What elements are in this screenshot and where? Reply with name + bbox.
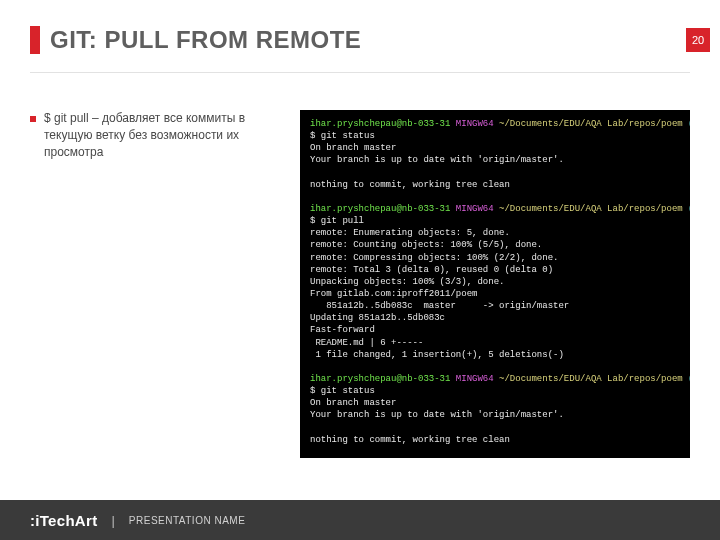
term-env-1: MINGW64	[456, 119, 494, 129]
slide-title: GIT: PULL FROM REMOTE	[50, 26, 361, 54]
page-number: 20	[692, 34, 704, 46]
slide-footer: :iTechArt | PRESENTATION NAME	[0, 500, 720, 540]
term-b1-l2: Your branch is up to date with 'origin/m…	[310, 155, 564, 165]
logo-prefix: :i	[30, 512, 40, 529]
term-env-2: MINGW64	[456, 204, 494, 214]
title-accent-bar	[30, 26, 40, 54]
footer-divider: |	[111, 513, 114, 528]
term-b2-l10: README.md | 6 +-----	[310, 338, 423, 348]
term-b1-l0: $ git status	[310, 131, 375, 141]
term-path-2: ~/Documents/EDU/AQA Lab/repos/poem	[499, 204, 683, 214]
presentation-name: PRESENTATION NAME	[129, 515, 245, 526]
term-branch-1: (master)	[688, 119, 690, 129]
term-b3-l0: $ git status	[310, 386, 375, 396]
term-b1-l1: On branch master	[310, 143, 396, 153]
term-user-3: ihar.pryshchepau@nb-033-31	[310, 374, 450, 384]
term-b2-l6: From gitlab.com:iproff2011/poem	[310, 289, 477, 299]
term-b2-l0: $ git pull	[310, 216, 364, 226]
term-b3-l1: On branch master	[310, 398, 396, 408]
term-branch-3: (master)	[688, 374, 690, 384]
terminal-screenshot: ihar.pryshchepau@nb-033-31 MINGW64 ~/Doc…	[300, 110, 690, 458]
header-divider	[30, 72, 690, 73]
term-path-1: ~/Documents/EDU/AQA Lab/repos/poem	[499, 119, 683, 129]
slide-header: GIT: PULL FROM REMOTE	[30, 26, 690, 54]
bullet-column: $ git pull – добавляет все коммиты в тек…	[30, 110, 300, 458]
term-path-3: ~/Documents/EDU/AQA Lab/repos/poem	[499, 374, 683, 384]
term-env-3: MINGW64	[456, 374, 494, 384]
term-b2-l4: remote: Total 3 (delta 0), reused 0 (del…	[310, 265, 553, 275]
term-b2-l8: Updating 851a12b..5db083c	[310, 313, 445, 323]
term-b2-l9: Fast-forward	[310, 325, 375, 335]
term-b3-l2: Your branch is up to date with 'origin/m…	[310, 410, 564, 420]
term-b2-l2: remote: Counting objects: 100% (5/5), do…	[310, 240, 542, 250]
term-b2-l1: remote: Enumerating objects: 5, done.	[310, 228, 510, 238]
term-b2-l3: remote: Compressing objects: 100% (2/2),…	[310, 253, 558, 263]
term-branch-2: (master)	[688, 204, 690, 214]
term-b2-l5: Unpacking objects: 100% (3/3), done.	[310, 277, 504, 287]
page-number-badge: 20	[686, 28, 710, 52]
term-b1-l4: nothing to commit, working tree clean	[310, 180, 510, 190]
term-b2-l7: 851a12b..5db083c master -> origin/master	[310, 301, 569, 311]
term-b3-l4: nothing to commit, working tree clean	[310, 435, 510, 445]
bullet-text: $ git pull – добавляет все коммиты в тек…	[44, 110, 288, 160]
logo-main: TechArt	[40, 512, 98, 529]
term-b2-l11: 1 file changed, 1 insertion(+), 5 deleti…	[310, 350, 564, 360]
content-area: $ git pull – добавляет все коммиты в тек…	[30, 110, 690, 458]
term-user-2: ihar.pryshchepau@nb-033-31	[310, 204, 450, 214]
bullet-item: $ git pull – добавляет все коммиты в тек…	[30, 110, 288, 160]
bullet-marker-icon	[30, 116, 36, 122]
term-user-1: ihar.pryshchepau@nb-033-31	[310, 119, 450, 129]
company-logo: :iTechArt	[30, 512, 97, 529]
